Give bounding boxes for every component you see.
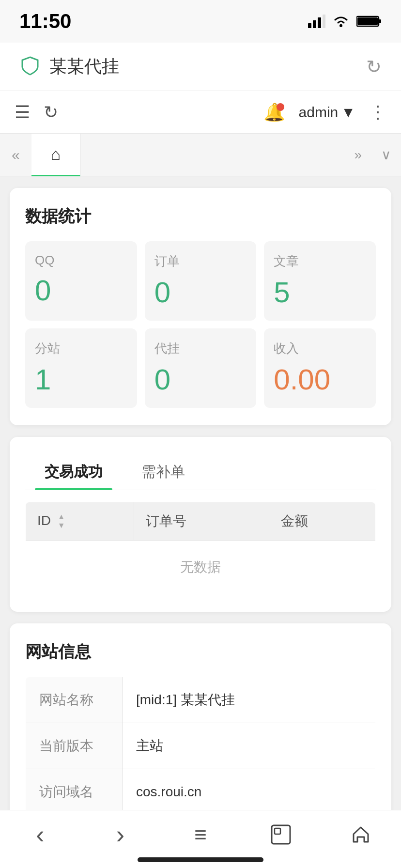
svg-rect-9 [275, 828, 280, 834]
info-value-version: 主站 [123, 723, 376, 769]
tab-bar: « ⌂ » ∨ [0, 134, 401, 176]
info-value-domain: cos.roui.cn [123, 769, 376, 815]
refresh-icon[interactable]: ↻ [366, 56, 382, 78]
main-content: 数据统计 QQ 0 订单 0 文章 5 分站 1 代挂 0 [0, 176, 401, 844]
bell-wrapper[interactable]: 🔔 [263, 102, 285, 123]
tab-expand-arrow[interactable]: ∨ [371, 147, 401, 163]
tab-back-arrow[interactable]: « [0, 134, 31, 176]
svg-rect-0 [308, 23, 311, 28]
signal-icon [308, 15, 325, 28]
admin-label[interactable]: admin ▼ [299, 104, 355, 121]
tab-right: » ∨ [344, 147, 401, 163]
transactions-card: 交易成功 需补单 ID ▲▼ 订单号 金额 无数据 [10, 437, 391, 612]
stat-value-proxy: 0 [154, 363, 247, 396]
sort-arrows-icon: ▲▼ [58, 513, 65, 529]
windows-icon [270, 823, 292, 846]
app-bar-left: 某某代挂 [19, 55, 119, 78]
stat-label-branch: 分站 [35, 340, 127, 357]
shield-icon [19, 55, 41, 78]
site-info-table: 网站名称 [mid:1] 某某代挂 当前版本 主站 访问域名 cos.roui.… [25, 677, 376, 815]
stat-label-income: 收入 [274, 340, 366, 357]
svg-rect-1 [313, 20, 316, 28]
section-tabs: 交易成功 需补单 [25, 454, 376, 490]
table-row-empty: 无数据 [26, 541, 376, 594]
info-row-name: 网站名称 [mid:1] 某某代挂 [26, 677, 376, 723]
stats-card: 数据统计 QQ 0 订单 0 文章 5 分站 1 代挂 0 [10, 188, 391, 425]
tab-supplement[interactable]: 需补单 [122, 454, 204, 490]
stat-label-proxy: 代挂 [154, 340, 247, 357]
stat-label-article: 文章 [274, 253, 366, 270]
battery-icon [356, 15, 382, 28]
app-bar: 某某代挂 ↻ [0, 43, 401, 91]
col-order-no: 订单号 [134, 502, 269, 541]
stat-value-article: 5 [274, 276, 366, 309]
no-data-cell: 无数据 [26, 541, 376, 594]
status-time: 11:50 [19, 10, 71, 33]
status-bar: 11:50 [0, 0, 401, 43]
nav-back-button[interactable]: ‹ [21, 815, 60, 854]
nav-windows-button[interactable] [262, 815, 300, 854]
wifi-icon [332, 15, 350, 28]
stat-value-branch: 1 [35, 363, 127, 396]
stat-cell-income: 收入 0.00 [264, 328, 376, 408]
stat-cell-proxy: 代挂 0 [145, 328, 257, 408]
info-label-version: 当前版本 [26, 723, 123, 769]
svg-rect-6 [379, 19, 381, 23]
tab-success[interactable]: 交易成功 [25, 454, 122, 490]
stats-grid: QQ 0 订单 0 文章 5 分站 1 代挂 0 收入 0.00 [25, 241, 376, 408]
stat-cell-qq: QQ 0 [25, 241, 137, 321]
info-row-version: 当前版本 主站 [26, 723, 376, 769]
table-header-row: ID ▲▼ 订单号 金额 [26, 502, 376, 541]
status-icons [308, 15, 382, 28]
info-label-domain: 访问域名 [26, 769, 123, 815]
stat-cell-article: 文章 5 [264, 241, 376, 321]
home-indicator [138, 857, 263, 862]
home-tab-icon: ⌂ [51, 145, 61, 164]
hamburger-icon[interactable]: ☰ [15, 102, 30, 123]
transactions-table: ID ▲▼ 订单号 金额 无数据 [25, 502, 376, 594]
info-value-name: [mid:1] 某某代挂 [123, 677, 376, 723]
tab-home[interactable]: ⌂ [31, 134, 81, 176]
notification-dot [277, 103, 284, 111]
info-label-name: 网站名称 [26, 677, 123, 723]
info-row-domain: 访问域名 cos.roui.cn [26, 769, 376, 815]
nav-right: 🔔 admin ▼ ⋮ [263, 102, 386, 123]
stat-value-qq: 0 [35, 274, 127, 307]
svg-point-4 [339, 24, 342, 27]
col-amount: 金额 [269, 502, 375, 541]
nav-bar: ☰ ↻ 🔔 admin ▼ ⋮ [0, 91, 401, 134]
nav-left: ☰ ↻ [15, 102, 58, 123]
stat-label-order: 订单 [154, 253, 247, 270]
stat-value-income: 0.00 [274, 363, 366, 396]
stat-cell-order: 订单 0 [145, 241, 257, 321]
stat-cell-branch: 分站 1 [25, 328, 137, 408]
site-info-card: 网站信息 网站名称 [mid:1] 某某代挂 当前版本 主站 访问域名 cos.… [10, 623, 391, 833]
svg-rect-3 [323, 15, 325, 28]
nav-menu-button[interactable]: ≡ [181, 815, 220, 854]
more-icon[interactable]: ⋮ [369, 102, 386, 123]
app-title: 某某代挂 [49, 55, 119, 78]
stat-label-qq: QQ [35, 253, 127, 268]
nav-refresh-icon[interactable]: ↻ [44, 102, 58, 123]
col-id[interactable]: ID ▲▼ [26, 502, 134, 541]
nav-forward-button[interactable]: › [101, 815, 139, 854]
svg-rect-2 [318, 17, 321, 28]
stats-title: 数据统计 [25, 205, 376, 228]
tab-next-arrow[interactable]: » [344, 147, 371, 163]
svg-rect-7 [357, 17, 378, 25]
nav-home-button[interactable] [341, 815, 380, 854]
stat-value-order: 0 [154, 276, 247, 309]
home-nav-icon [350, 823, 372, 846]
site-info-title: 网站信息 [25, 641, 376, 663]
